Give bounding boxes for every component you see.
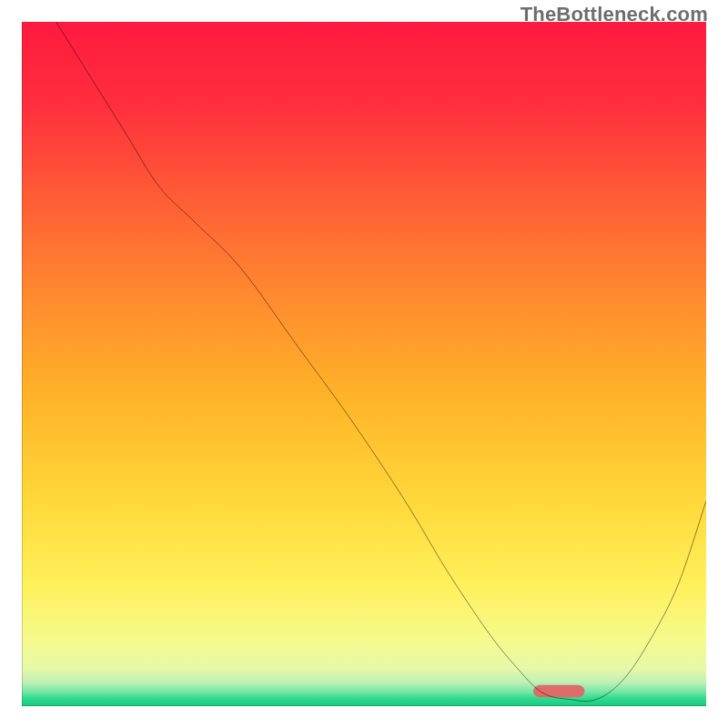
plot-area [22, 22, 706, 706]
bottleneck-curve [56, 22, 706, 701]
bottleneck-marker [533, 685, 584, 698]
chart-frame: TheBottleneck.com [0, 0, 728, 728]
curve-overlay [22, 22, 706, 706]
